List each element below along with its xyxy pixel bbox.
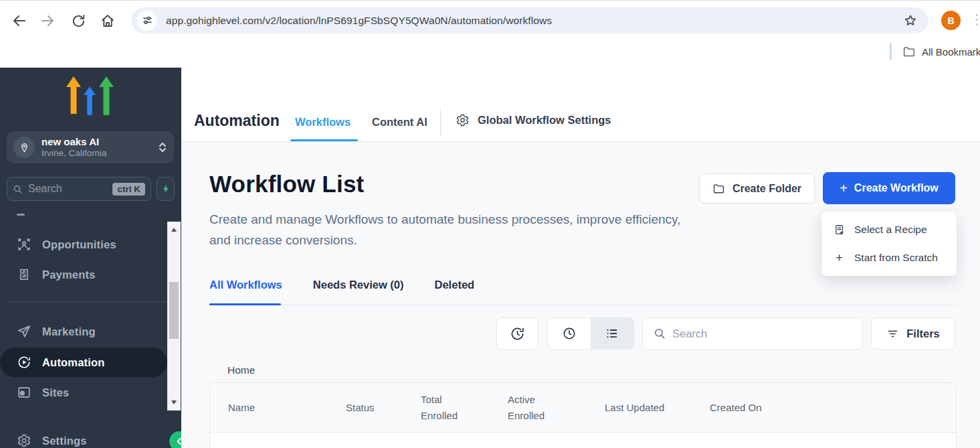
sidebar-search-input[interactable]	[28, 183, 112, 195]
location-name: new oaks AI	[41, 136, 158, 148]
lightning-bolt-icon	[161, 183, 171, 194]
browser-profile-avatar[interactable]: B	[941, 11, 961, 30]
bookmark-star-icon[interactable]	[903, 13, 918, 28]
browser-menu-icon[interactable]	[976, 14, 979, 25]
sidebar-item-settings[interactable]: Settings	[0, 426, 167, 448]
quick-actions-button[interactable]	[157, 177, 175, 201]
location-switcher[interactable]: new oaks AI Irvine, California	[7, 131, 174, 163]
workflow-list-page: Workflow List Create and manage Workflow…	[181, 142, 980, 448]
column-header-total-enrolled[interactable]: Total Enrolled	[421, 392, 469, 424]
sidebar-item-payments[interactable]: Payments	[0, 260, 167, 289]
sidebar-item-sites[interactable]: Sites	[0, 378, 167, 407]
url-text[interactable]: app.gohighlevel.com/v2/location/lnPS691g…	[166, 15, 903, 27]
create-workflow-dropdown: Select a Recipe + Start from Scratch	[821, 212, 957, 276]
menu-item-select-recipe[interactable]: Select a Recipe	[821, 216, 957, 244]
sidebar-item-label: Marketing	[42, 325, 96, 338]
search-icon	[13, 184, 23, 194]
back-arrow-icon	[11, 13, 27, 29]
view-toggle-group	[547, 317, 634, 350]
column-header-last-updated[interactable]: Last Updated	[605, 400, 710, 416]
sidebar-scrollbar[interactable]	[167, 222, 181, 410]
scrollbar-thumb[interactable]	[169, 282, 179, 339]
payments-icon	[17, 267, 31, 282]
create-folder-button[interactable]: Create Folder	[699, 173, 815, 204]
workflow-search-input[interactable]	[672, 327, 852, 340]
active-tab-underline	[290, 139, 358, 141]
column-header-created-on[interactable]: Created On	[710, 400, 956, 416]
site-settings-icon[interactable]	[137, 11, 157, 31]
partial-item-icon	[17, 214, 25, 216]
folder-icon	[712, 183, 725, 194]
global-workflow-settings-label: Global Workflow Settings	[478, 114, 611, 127]
subtab-needs-review[interactable]: Needs Review (0)	[313, 279, 404, 303]
location-city: Irvine, California	[41, 148, 158, 159]
recent-view-toggle[interactable]	[548, 318, 591, 349]
column-header-active-enrolled[interactable]: Active Enrolled	[508, 392, 556, 424]
list-icon	[605, 326, 619, 341]
create-workflow-label: Create Workflow	[854, 182, 939, 194]
execution-logs-button[interactable]	[496, 317, 538, 350]
sidebar-item-label: Settings	[42, 435, 87, 447]
column-header-status[interactable]: Status	[346, 400, 421, 416]
screen: app.gohighlevel.com/v2/location/lnPS691g…	[0, 0, 980, 448]
filters-label: Filters	[906, 327, 940, 340]
gear-icon	[456, 113, 470, 127]
bookmarks-divider	[890, 43, 892, 60]
filters-button[interactable]: Filters	[871, 317, 955, 350]
all-bookmarks-button[interactable]: All Bookmarks	[890, 42, 980, 61]
module-header: Automation Workflows Content AI Global W…	[181, 68, 980, 142]
menu-item-label: Select a Recipe	[854, 224, 927, 236]
create-workflow-button[interactable]: + Create Workflow	[823, 172, 955, 204]
recipe-document-icon	[833, 224, 846, 236]
search-icon	[654, 327, 666, 340]
subtab-border	[209, 305, 957, 305]
table-header-row: Name Status Total Enrolled Active Enroll…	[210, 383, 956, 433]
folder-icon	[902, 46, 916, 58]
sidebar-item-label: Automation	[42, 356, 105, 369]
subtab-deleted[interactable]: Deleted	[435, 279, 475, 303]
address-bar[interactable]: app.gohighlevel.com/v2/location/lnPS691g…	[131, 7, 928, 33]
plus-icon: +	[833, 250, 846, 265]
location-pin-icon	[13, 137, 35, 158]
list-view-toggle[interactable]	[591, 318, 634, 349]
workflow-subtabs: All Workflows Needs Review (0) Deleted	[209, 279, 474, 303]
sidebar-item-label: Payments	[42, 269, 96, 281]
global-workflow-settings-button[interactable]: Global Workflow Settings	[456, 113, 611, 127]
tab-divider	[440, 110, 441, 136]
tab-workflows[interactable]: Workflows	[295, 116, 351, 129]
sidebar-item-label: Opportunities	[42, 238, 116, 251]
browser-home-button[interactable]	[98, 11, 117, 30]
sidebar-item-opportunities[interactable]: Opportunities	[0, 230, 167, 259]
settings-gear-icon	[17, 433, 31, 448]
browser-reload-button[interactable]	[69, 11, 88, 30]
clock-icon	[562, 326, 577, 341]
breadcrumb-home[interactable]: Home	[227, 364, 255, 376]
workflow-search[interactable]	[642, 317, 863, 350]
keyboard-shortcut-badge: ctrl K	[112, 183, 145, 196]
module-title: Automation	[194, 112, 280, 130]
marketing-icon	[17, 324, 31, 339]
page-title: Workflow List	[209, 171, 364, 198]
automation-icon	[17, 355, 31, 370]
tab-content-ai[interactable]: Content AI	[372, 116, 427, 129]
sidebar-item-marketing[interactable]: Marketing	[0, 317, 167, 346]
browser-forward-button[interactable]	[38, 11, 57, 30]
scroll-down-arrow[interactable]	[167, 397, 181, 408]
sidebar-search[interactable]: ctrl K	[7, 177, 151, 201]
gohighlevel-logo-icon	[66, 76, 114, 115]
sidebar-divider	[9, 301, 167, 302]
menu-item-start-from-scratch[interactable]: + Start from Scratch	[821, 244, 957, 272]
sidebar-item-automation[interactable]: Automation	[0, 348, 167, 377]
create-folder-label: Create Folder	[732, 183, 801, 195]
browser-back-button[interactable]	[10, 11, 29, 30]
all-bookmarks-label: All Bookmarks	[922, 46, 980, 58]
subtab-all-workflows[interactable]: All Workflows	[209, 279, 282, 303]
column-header-name[interactable]: Name	[228, 400, 346, 416]
home-icon	[100, 13, 116, 29]
chevron-up-down-icon	[158, 141, 167, 153]
forward-arrow-icon	[39, 13, 56, 29]
scroll-up-arrow[interactable]	[167, 224, 181, 235]
opportunities-icon	[17, 237, 31, 252]
sites-icon	[17, 385, 31, 400]
menu-item-label: Start from Scratch	[854, 252, 938, 264]
